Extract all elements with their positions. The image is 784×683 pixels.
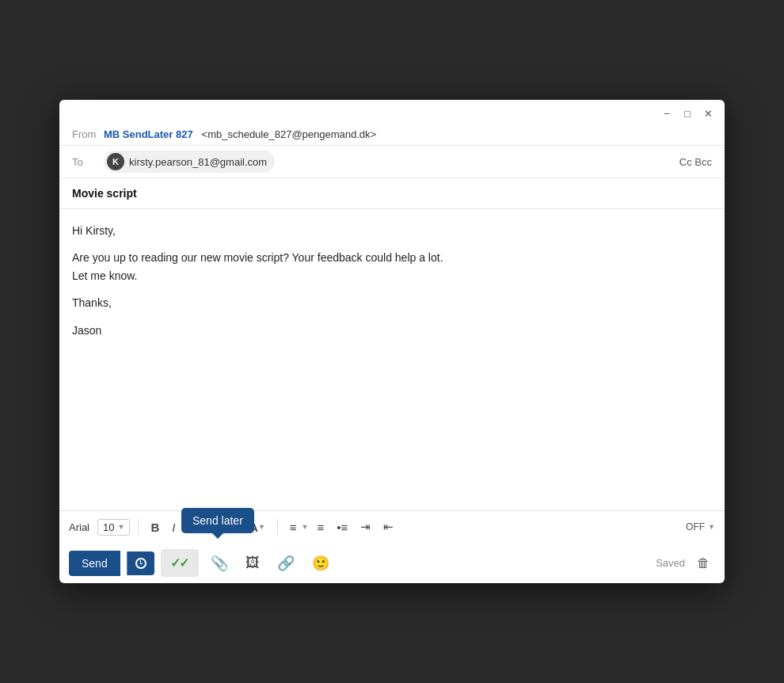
italic-button[interactable]: I [168,518,179,536]
separator-3 [277,519,278,535]
maximize-button[interactable]: □ [680,106,695,120]
emoji-icon: 🙂 [312,555,329,571]
minimize-button[interactable]: − [660,106,674,120]
recipient-email: kirsty.pearson_81@gmail.com [129,156,267,168]
separator-1 [138,519,139,535]
formatting-toolbar: Arial 10 ▼ B I U A ▼ A ▼ ≡ ▼ ≡ •≡ ⇥ [59,510,725,543]
action-bar: Send later Send ✓ ✓ 📎 🖼 🔗 🙂 Saved 🗑 [59,543,725,583]
saved-status: Saved 🗑 [656,552,715,574]
font-size-dropdown[interactable]: 10 ▼ [97,519,130,536]
avatar: K [107,153,124,170]
off-label: OFF [686,521,705,532]
send-scheduled-button[interactable] [127,551,154,575]
checkmark-icon-2: ✓ [179,555,189,570]
send-later-tooltip: Send later [181,508,254,533]
sender-email: <mb_schedule_827@pengemand.dk> [202,128,377,140]
compose-window: − □ ✕ From MB SendLater 827 <mb_schedule… [59,100,725,583]
insert-emoji-button[interactable]: 🙂 [306,551,335,576]
align-group: ≡ ▼ [286,518,309,536]
image-icon: 🖼 [245,555,260,570]
trash-icon: 🗑 [697,556,710,570]
paperclip-icon: 📎 [211,555,228,571]
send-label: Send [82,557,108,570]
saved-text: Saved [656,557,685,569]
recipient-chip[interactable]: K kirsty.pearson_81@gmail.com [104,151,275,173]
bold-button[interactable]: B [147,518,163,536]
chevron-down-icon: ▼ [302,523,309,531]
sender-name: MB SendLater 827 [104,128,193,140]
font-size-value: 10 [103,521,114,533]
chevron-down-icon: ▼ [117,523,124,531]
attach-file-button[interactable]: 📎 [205,551,234,576]
cc-bcc-button[interactable]: Cc Bcc [679,156,712,168]
close-button[interactable]: ✕ [701,106,715,120]
insert-image-button[interactable]: 🖼 [240,551,265,575]
from-sender: MB SendLater 827 <mb_schedule_827@pengem… [104,128,376,140]
unordered-list-button[interactable]: •≡ [333,518,352,536]
link-icon: 🔗 [277,555,295,571]
font-name-label: Arial [69,521,89,533]
title-bar: − □ ✕ [59,100,725,124]
body-signature: Jason [72,322,712,339]
body-content: Are you up to reading our new movie scri… [72,249,712,284]
from-row: From MB SendLater 827 <mb_schedule_827@p… [59,124,725,146]
off-toggle[interactable]: OFF ▼ [686,521,715,532]
body-thanks: Thanks, [72,294,712,311]
to-label: To [72,156,104,168]
window-controls: − □ ✕ [660,106,715,120]
chevron-down-icon: ▼ [708,523,715,531]
align-button[interactable]: ≡ [286,518,301,536]
delete-button[interactable]: 🗑 [691,552,715,574]
email-body[interactable]: Hi Kirsty, Are you up to reading our new… [59,209,725,510]
from-label: From [72,128,104,140]
to-row: To K kirsty.pearson_81@gmail.com Cc Bcc [59,146,725,178]
insert-link-button[interactable]: 🔗 [272,551,300,576]
body-greeting: Hi Kirsty, [72,222,712,239]
check-button[interactable]: ✓ ✓ [161,549,199,577]
subject-row: Movie script [59,178,725,209]
send-button[interactable]: Send [69,551,120,576]
clock-icon [135,558,147,569]
indent-button[interactable]: ⇥ [356,517,375,536]
outdent-button[interactable]: ⇤ [379,517,398,536]
subject-text: Movie script [72,187,137,200]
ordered-list-button[interactable]: ≡ [313,518,328,536]
chevron-down-icon: ▼ [258,523,265,531]
